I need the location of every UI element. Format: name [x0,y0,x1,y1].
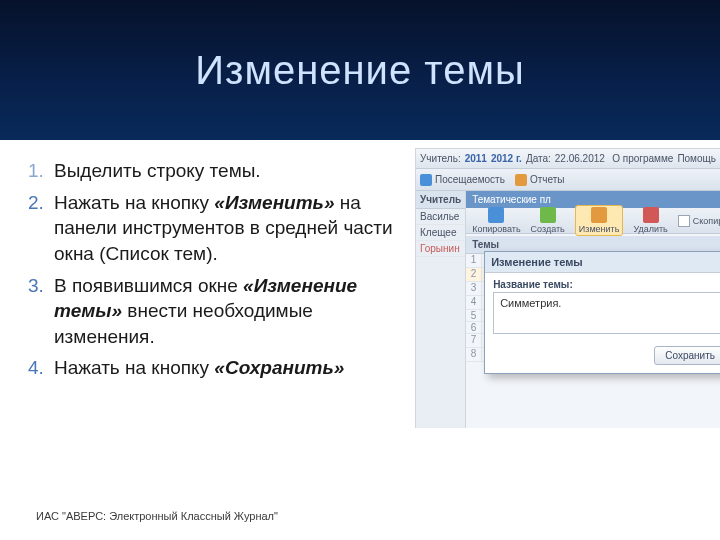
tab-attendance[interactable]: Посещаемость [420,174,505,186]
menu-help[interactable]: Помощь [677,153,716,164]
date-value: 22.06.2012 [555,153,605,164]
teacher-row[interactable]: Василье [416,209,465,225]
topics-panel: Тематические пл Копировать Создать Измен… [466,191,720,428]
step-number: 3. [28,273,44,299]
row-number: 3 [466,282,482,295]
instruction-step: 2.Нажать на кнопку «Изменить» на панели … [28,190,418,267]
save-button[interactable]: Сохранить [654,346,720,365]
year1: 2011 [465,153,487,164]
plus-icon [540,207,556,223]
edit-button[interactable]: Изменить [575,205,624,236]
teacher-row[interactable]: Горынин [416,241,465,257]
copy-plan-button[interactable]: Копировать [472,207,520,234]
step-text: Нажать на кнопку «Сохранить» [54,357,344,378]
step-number: 2. [28,190,44,216]
app-body: Учитель Василье Клещее Горынин Тематичес… [416,191,720,428]
report-icon [515,174,527,186]
teachers-header: Учитель [416,191,465,209]
teacher-row[interactable]: Клещее [416,225,465,241]
copy-checkbox[interactable]: Скопировать [678,215,720,227]
step-text: Нажать на кнопку «Изменить» на панели ин… [54,192,393,264]
year2: 2012 г. [491,153,522,164]
instruction-step: 4.Нажать на кнопку «Сохранить» [28,355,418,381]
menu-about[interactable]: О программе [612,153,673,164]
instruction-list: 1.Выделить строку темы.2.Нажать на кнопк… [28,158,418,381]
delete-button[interactable]: Удалить [633,207,667,234]
grid-icon [420,174,432,186]
date-label: Дата: [526,153,551,164]
dialog-title: Изменение темы [485,252,720,273]
row-number: 2 [466,268,482,281]
row-number: 4 [466,296,482,309]
row-number: 6 [466,322,482,333]
row-number: 1 [466,254,482,267]
row-number: 8 [466,348,482,361]
teacher-label: Учитель: [420,153,461,164]
topic-name-label: Название темы: [485,273,720,292]
slide-header: Изменение темы [0,0,720,140]
step-number: 1. [28,158,44,184]
slide-title: Изменение темы [195,48,524,93]
teachers-column: Учитель Василье Клещее Горынин [416,191,466,428]
slide-footer: ИАС "АВЕРС: Электронный Классный Журнал" [36,510,278,522]
tab-reports[interactable]: Отчеты [515,174,565,186]
tab-row: Посещаемость Отчеты [416,169,720,191]
trash-icon [643,207,659,223]
pencil-icon [591,207,607,223]
app-topbar: Учитель: 2011 2012 г. Дата: 22.06.2012 О… [416,149,720,169]
step-text: Выделить строку темы. [54,160,261,181]
instruction-step: 3.В появившимся окне «Изменение темы» вн… [28,273,418,350]
row-number: 5 [466,310,482,321]
step-number: 4. [28,355,44,381]
topics-toolbar: Копировать Создать Изменить Удалить Скоп… [466,208,720,234]
step-text: В появившимся окне «Изменение темы» внес… [54,275,357,347]
dialog-buttons: Сохранить Отмена [485,342,720,373]
edit-topic-dialog: Изменение темы Название темы: Симметрия.… [484,251,720,374]
instruction-step: 1.Выделить строку темы. [28,158,418,184]
copy-icon [488,207,504,223]
topic-name-input[interactable]: Симметрия. [493,292,720,334]
create-button[interactable]: Создать [531,207,565,234]
app-screenshot: Учитель: 2011 2012 г. Дата: 22.06.2012 О… [415,148,720,428]
row-number: 7 [466,334,482,347]
